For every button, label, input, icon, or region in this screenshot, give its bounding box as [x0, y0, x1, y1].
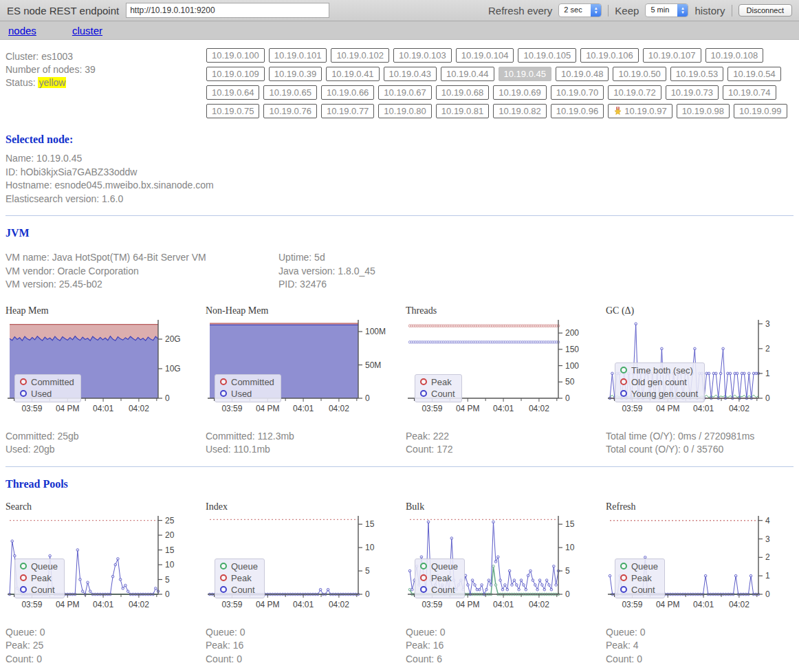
svg-text:1: 1	[765, 368, 770, 378]
svg-text:04:02: 04:02	[529, 600, 549, 609]
legend-entry: Peak	[220, 572, 258, 584]
node-ip-label: 10.19.0.108	[711, 50, 758, 61]
vm-vendor-line: VM vendor: Oracle Corporation	[6, 265, 278, 279]
legend-label: Time both (sec)	[631, 365, 693, 376]
legend-entry: Time both (sec)	[620, 365, 698, 376]
chart-gc: GC (Δ)012303:5904 PM04:0104:02Time both …	[606, 305, 799, 457]
node-button-10.19.0.97[interactable]: 10.19.0.97	[608, 104, 672, 118]
node-ip-label: 10.19.0.54	[733, 69, 775, 79]
legend-swatch	[220, 390, 227, 397]
node-button-10.19.0.43[interactable]: 10.19.0.43	[384, 67, 437, 81]
disconnect-button[interactable]: Disconnect	[738, 4, 792, 17]
node-button-10.19.0.67[interactable]: 10.19.0.67	[378, 85, 431, 100]
legend-label: Count	[431, 388, 455, 400]
node-ip-label: 10.19.0.68	[441, 87, 483, 98]
chart-plot: 0123403:5904 PM04:0104:02QueuePeakCount	[606, 514, 799, 617]
node-button-10.19.0.39[interactable]: 10.19.0.39	[269, 67, 322, 81]
legend-swatch	[220, 563, 227, 570]
node-button-10.19.0.99[interactable]: 10.19.0.99	[734, 104, 787, 118]
chart-title: Refresh	[606, 501, 799, 514]
node-button-10.19.0.98[interactable]: 10.19.0.98	[677, 104, 730, 118]
chart-stats: Queue: 0Peak: 4Count: 0	[606, 626, 799, 666]
svg-text:03:59: 03:59	[422, 404, 442, 413]
node-ip-label: 10.19.0.43	[389, 69, 431, 79]
node-button-10.19.0.50[interactable]: 10.19.0.50	[613, 67, 666, 81]
node-button-10.19.0.44[interactable]: 10.19.0.44	[441, 67, 494, 81]
node-button-10.19.0.41[interactable]: 10.19.0.41	[326, 67, 379, 81]
nav-link-cluster[interactable]: cluster	[72, 25, 102, 36]
svg-text:03:59: 03:59	[622, 404, 642, 413]
node-button-10.19.0.101[interactable]: 10.19.0.101	[269, 48, 327, 63]
svg-text:04:02: 04:02	[729, 404, 749, 413]
svg-text:04:02: 04:02	[729, 600, 749, 609]
node-button-10.19.0.102[interactable]: 10.19.0.102	[331, 48, 389, 63]
svg-text:100M: 100M	[365, 327, 386, 336]
svg-text:20: 20	[165, 530, 175, 540]
chart-stat: Peak: 16	[206, 639, 400, 653]
node-button-10.19.0.73[interactable]: 10.19.0.73	[666, 85, 719, 100]
node-button-10.19.0.53[interactable]: 10.19.0.53	[670, 67, 723, 81]
svg-text:50: 50	[565, 377, 575, 387]
node-button-10.19.0.109[interactable]: 10.19.0.109	[206, 67, 265, 81]
node-button-10.19.0.77[interactable]: 10.19.0.77	[321, 104, 374, 118]
svg-text:15: 15	[565, 519, 575, 529]
node-button-10.19.0.69[interactable]: 10.19.0.69	[493, 85, 546, 100]
svg-text:04:01: 04:01	[93, 404, 113, 413]
legend-label: Peak	[31, 572, 52, 584]
chart-stat: Count: 0	[606, 653, 799, 666]
chart-title: Bulk	[406, 501, 600, 514]
node-button-10.19.0.65[interactable]: 10.19.0.65	[263, 85, 316, 100]
svg-text:04:02: 04:02	[129, 404, 149, 413]
legend-swatch	[620, 563, 627, 570]
node-button-10.19.0.106[interactable]: 10.19.0.106	[580, 48, 639, 63]
legend-entry: Count	[620, 584, 658, 596]
cluster-status-line: Status: yellow	[6, 76, 206, 89]
node-button-10.19.0.72[interactable]: 10.19.0.72	[608, 85, 661, 100]
node-button-10.19.0.70[interactable]: 10.19.0.70	[551, 85, 604, 100]
node-button-10.19.0.45[interactable]: 10.19.0.45	[499, 67, 551, 81]
keep-history-select[interactable]: 5 min ▲▼	[645, 3, 688, 17]
node-button-10.19.0.81[interactable]: 10.19.0.81	[436, 104, 489, 118]
node-button-10.19.0.54[interactable]: 10.19.0.54	[727, 67, 780, 81]
refresh-interval-select[interactable]: 2 sec ▲▼	[558, 3, 602, 17]
node-button-10.19.0.104[interactable]: 10.19.0.104	[456, 48, 514, 63]
chart-title: Search	[6, 501, 200, 514]
node-button-10.19.0.82[interactable]: 10.19.0.82	[493, 104, 546, 118]
chart-legend: QueuePeakCount	[415, 559, 465, 598]
node-button-10.19.0.66[interactable]: 10.19.0.66	[321, 85, 374, 100]
legend-swatch	[20, 390, 27, 397]
node-button-10.19.0.107[interactable]: 10.19.0.107	[643, 48, 701, 63]
node-button-10.19.0.68[interactable]: 10.19.0.68	[436, 85, 489, 100]
node-ip-label: 10.19.0.41	[331, 69, 373, 79]
status-badge: yellow	[38, 77, 66, 88]
node-button-10.19.0.100[interactable]: 10.19.0.100	[206, 48, 265, 63]
node-button-10.19.0.96[interactable]: 10.19.0.96	[551, 104, 604, 118]
legend-swatch	[420, 586, 427, 593]
node-button-10.19.0.80[interactable]: 10.19.0.80	[378, 104, 431, 118]
endpoint-input[interactable]	[126, 3, 329, 18]
chart-stat: Peak: 25	[6, 639, 200, 653]
node-button-10.19.0.74[interactable]: 10.19.0.74	[723, 85, 776, 100]
chart-stat: Peak: 16	[406, 639, 600, 653]
nav-link-nodes[interactable]: nodes	[8, 25, 36, 36]
node-id-line: ID: hObi3kjxSia7GABZ33oddw	[6, 166, 793, 180]
legend-label: Queue	[231, 561, 258, 572]
legend-entry: Peak	[620, 572, 658, 584]
node-button-10.19.0.103[interactable]: 10.19.0.103	[393, 48, 452, 63]
svg-text:5: 5	[165, 574, 170, 584]
node-button-10.19.0.76[interactable]: 10.19.0.76	[263, 104, 316, 118]
node-button-10.19.0.48[interactable]: 10.19.0.48	[556, 67, 609, 81]
svg-text:50M: 50M	[365, 360, 381, 369]
svg-text:15: 15	[365, 519, 375, 529]
legend-entry: Queue	[620, 561, 658, 572]
legend-label: Count	[631, 584, 655, 596]
chart-plot: 05101503:5904 PM04:0104:02QueuePeakCount	[406, 514, 600, 617]
node-ip-label: 10.19.0.99	[739, 106, 781, 116]
node-button-10.19.0.64[interactable]: 10.19.0.64	[206, 85, 259, 100]
node-button-10.19.0.108[interactable]: 10.19.0.108	[705, 48, 764, 63]
thread-pool-charts-row: Search051015202503:5904 PM04:0104:02Queu…	[6, 501, 793, 666]
node-button-10.19.0.75[interactable]: 10.19.0.75	[206, 104, 259, 118]
node-button-10.19.0.105[interactable]: 10.19.0.105	[518, 48, 576, 63]
legend-entry: Count	[420, 388, 455, 400]
svg-text:150: 150	[565, 344, 579, 354]
